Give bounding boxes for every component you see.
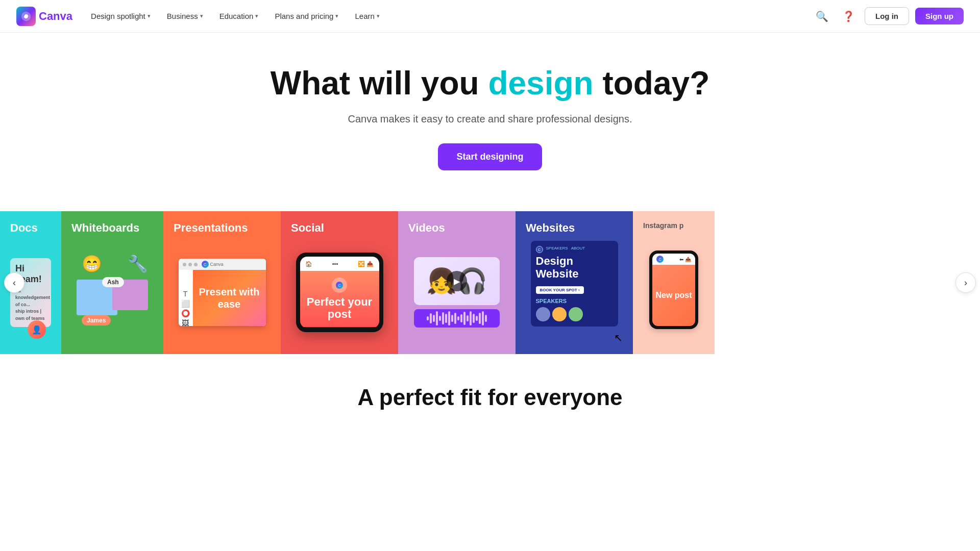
bottom-heading: A perfect fit for everyone	[10, 385, 970, 410]
card-social[interactable]: Social 🏠 ••• 🔀 📤 C Perfect your post	[281, 211, 398, 354]
emoji-tools: 🔧	[128, 254, 148, 273]
video-thumbnail: 👧🎧 ▶	[414, 257, 499, 305]
carousel-prev-button[interactable]: ‹	[4, 272, 24, 293]
nav-left: Canva Design spotlight ▾ Business ▾ Educ…	[16, 7, 386, 26]
cards-carousel: ‹ Docs Hi Team! da knowledgement of co..…	[0, 211, 980, 354]
website-cta[interactable]: BOOK YOUR SPOT ›	[536, 286, 584, 294]
presentations-preview-text: Present with ease	[199, 286, 260, 310]
nav-right: 🔍 ❓ Log in Sign up	[812, 6, 964, 27]
wb-name-james: James	[82, 315, 111, 325]
social-phone-mock: 🏠 ••• 🔀 📤 C Perfect your post	[296, 253, 383, 332]
wb-name-ash: Ash	[102, 277, 124, 287]
help-button[interactable]: ❓	[838, 6, 859, 27]
card-instagram-content: C ⬅ 📤 New post	[643, 236, 704, 344]
speaker-avatar-1	[536, 307, 550, 321]
bottom-section: A perfect fit for everyone	[0, 354, 980, 431]
card-social-content: 🏠 ••• 🔀 📤 C Perfect your post	[291, 241, 388, 344]
instagram-post-text: New post	[655, 291, 692, 300]
logo-icon	[16, 7, 36, 26]
nav-business[interactable]: Business ▾	[161, 8, 209, 24]
navigation: Canva Design spotlight ▾ Business ▾ Educ…	[0, 0, 980, 33]
nav-learn[interactable]: Learn ▾	[349, 8, 385, 24]
nav-design-spotlight[interactable]: Design spotlight ▾	[85, 8, 157, 24]
login-button[interactable]: Log in	[865, 7, 909, 25]
emoji-smiley: 😁	[82, 254, 102, 273]
card-presentations-title: Presentations	[174, 221, 271, 235]
websites-preview: C SPEAKERS ABOUT Design Website BOOK YOU…	[531, 241, 618, 326]
presentations-preview: C Canva T ⬜ ⭕ 🖼 Present wi	[179, 259, 266, 326]
chevron-down-icon: ▾	[255, 13, 258, 19]
hero-subtitle: Canva makes it easy to create and share …	[10, 113, 970, 125]
website-speakers-label: SPEAKERS	[536, 298, 613, 304]
chevron-down-icon: ▾	[377, 13, 380, 19]
videos-container: 👧🎧 ▶	[408, 257, 505, 328]
card-social-title: Social	[291, 221, 388, 235]
social-post-text: Perfect your post	[305, 296, 374, 320]
start-designing-button[interactable]: Start designing	[438, 143, 542, 170]
card-docs-title: Docs	[10, 221, 51, 235]
card-websites-content: C SPEAKERS ABOUT Design Website BOOK YOU…	[526, 241, 623, 344]
card-websites[interactable]: Websites C SPEAKERS ABOUT Design Website…	[516, 211, 633, 354]
card-whiteboards-content: 😁 🔧 Ash James	[71, 241, 153, 344]
card-presentations-content: C Canva T ⬜ ⭕ 🖼 Present wi	[174, 241, 271, 344]
nav-education[interactable]: Education ▾	[213, 8, 265, 24]
card-videos-title: Videos	[408, 221, 505, 235]
card-videos[interactable]: Videos 👧🎧 ▶	[398, 211, 516, 354]
speaker-avatar-2	[552, 307, 567, 321]
card-whiteboards[interactable]: Whiteboards 😁 🔧 Ash James	[61, 211, 163, 354]
signup-button[interactable]: Sign up	[915, 8, 964, 24]
hero-heading: What will you design today?	[10, 65, 970, 101]
chevron-down-icon: ▾	[335, 13, 338, 19]
audio-waveform	[414, 309, 499, 328]
carousel-next-button[interactable]: ›	[955, 272, 976, 293]
card-websites-title: Websites	[526, 221, 623, 235]
chevron-down-icon: ▾	[148, 13, 151, 19]
speaker-avatar-3	[569, 307, 583, 321]
chevron-down-icon: ▾	[200, 13, 203, 19]
speakers-row	[536, 307, 613, 321]
logo[interactable]: Canva	[16, 7, 72, 26]
instagram-phone: C ⬅ 📤 New post	[649, 251, 698, 329]
card-presentations[interactable]: Presentations C Canva	[163, 211, 281, 354]
hero-section: What will you design today? Canva makes …	[0, 33, 980, 191]
whiteboard-area: 😁 🔧 Ash James	[71, 254, 153, 331]
presentations-sidebar: T ⬜ ⭕ 🖼	[179, 281, 193, 326]
search-button[interactable]: 🔍	[812, 6, 832, 27]
card-whiteboards-title: Whiteboards	[71, 221, 153, 235]
nav-plans[interactable]: Plans and pricing ▾	[268, 8, 345, 24]
website-title-text: Design Website	[536, 255, 613, 280]
card-instagram-title: Instagram p	[643, 221, 704, 230]
card-videos-content: 👧🎧 ▶	[408, 241, 505, 344]
logo-text: Canva	[39, 10, 72, 23]
card-instagram[interactable]: Instagram p C ⬅ 📤 New post	[633, 211, 715, 354]
